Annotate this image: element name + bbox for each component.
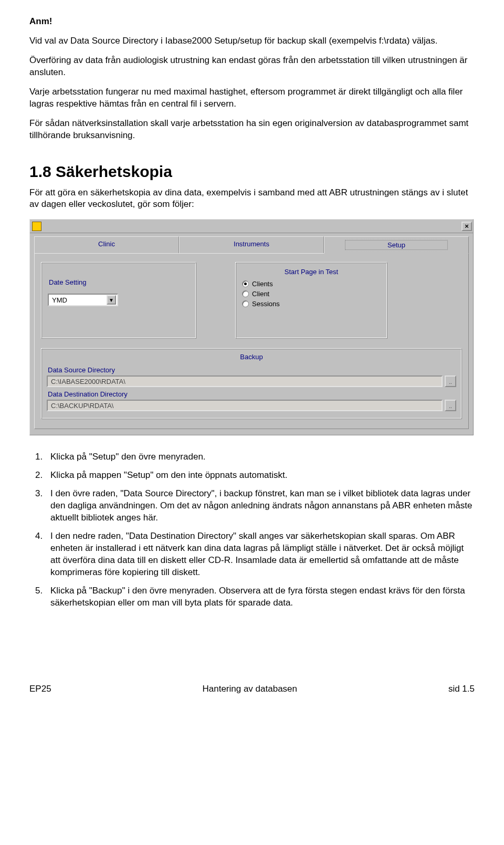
- start-page-group: Start Page in Test Clients Client Sessio…: [235, 262, 387, 339]
- dest-dir-field[interactable]: C:\BACKUP\RDATA\: [47, 400, 443, 411]
- dest-dir-label: Data Destination Directory: [48, 390, 456, 398]
- intro-paragraph-3: Varje arbetsstation fungerar nu med maxi…: [29, 86, 475, 110]
- setup-dialog-screenshot: × Clinic Instruments Setup Date Setting …: [29, 219, 474, 435]
- footer-left: EP25: [29, 684, 51, 694]
- app-icon: [32, 222, 41, 231]
- radio-clients-label: Clients: [252, 280, 273, 288]
- note-label: Anm!: [29, 16, 475, 28]
- chevron-down-icon: ▼: [107, 295, 116, 305]
- source-browse-button[interactable]: ..: [445, 375, 456, 387]
- tab-setup[interactable]: Setup: [324, 236, 469, 254]
- radio-sessions[interactable]: Sessions: [242, 300, 381, 308]
- tab-instruments[interactable]: Instruments: [179, 236, 324, 254]
- tab-setup-label: Setup: [345, 240, 448, 250]
- date-setting-group: Date Setting YMD ▼: [41, 262, 196, 339]
- intro-paragraph-2: Överföring av data från audiologisk utru…: [29, 55, 475, 79]
- section-lead: För att göra en säkerhetskopia av dina d…: [29, 187, 475, 211]
- tab-clinic[interactable]: Clinic: [34, 236, 179, 254]
- step-3: I den övre raden, "Data Source Directory…: [45, 488, 475, 524]
- close-button[interactable]: ×: [461, 222, 472, 231]
- radio-icon: [242, 290, 249, 297]
- footer-center: Hantering av databasen: [202, 684, 297, 694]
- backup-group: Backup Data Source Directory C:\IABASE20…: [41, 348, 462, 419]
- radio-client-label: Client: [252, 290, 269, 298]
- step-1: Klicka på "Setup" den övre menyraden.: [45, 451, 475, 463]
- date-setting-label: Date Setting: [48, 278, 190, 286]
- steps-list: Klicka på "Setup" den övre menyraden. Kl…: [29, 451, 475, 609]
- intro-paragraph-4: För sådan nätverksinstallation skall var…: [29, 118, 475, 142]
- intro-paragraph-1: Vid val av Data Source Directory i Iabas…: [29, 35, 475, 47]
- step-5: Klicka på "Backup" i den övre menyraden.…: [45, 585, 475, 609]
- backup-group-label: Backup: [47, 353, 456, 361]
- setup-panel: Date Setting YMD ▼ Start Page in Test Cl…: [34, 253, 469, 429]
- footer-right: sid 1.5: [448, 684, 475, 694]
- radio-icon: [242, 280, 249, 287]
- start-page-label: Start Page in Test: [242, 268, 381, 276]
- radio-client[interactable]: Client: [242, 290, 381, 298]
- radio-sessions-label: Sessions: [252, 300, 280, 308]
- tab-strip: Clinic Instruments Setup: [30, 233, 473, 254]
- page-footer: EP25 Hantering av databasen sid 1.5: [0, 637, 504, 707]
- step-4: I den nedre raden, "Data Destination Dir…: [45, 530, 475, 579]
- titlebar: ×: [30, 220, 473, 233]
- source-dir-field[interactable]: C:\IABASE2000\RDATA\: [47, 375, 443, 387]
- date-format-value: YMD: [52, 296, 67, 304]
- section-heading: 1.8 Säkerhetskopia: [29, 163, 475, 181]
- date-format-dropdown[interactable]: YMD ▼: [48, 294, 118, 306]
- step-2: Klicka på mappen "Setup" om den inte öpp…: [45, 470, 475, 482]
- radio-clients[interactable]: Clients: [242, 280, 381, 288]
- source-dir-label: Data Source Directory: [48, 366, 456, 374]
- dest-browse-button[interactable]: ..: [445, 400, 456, 411]
- radio-icon: [242, 300, 249, 307]
